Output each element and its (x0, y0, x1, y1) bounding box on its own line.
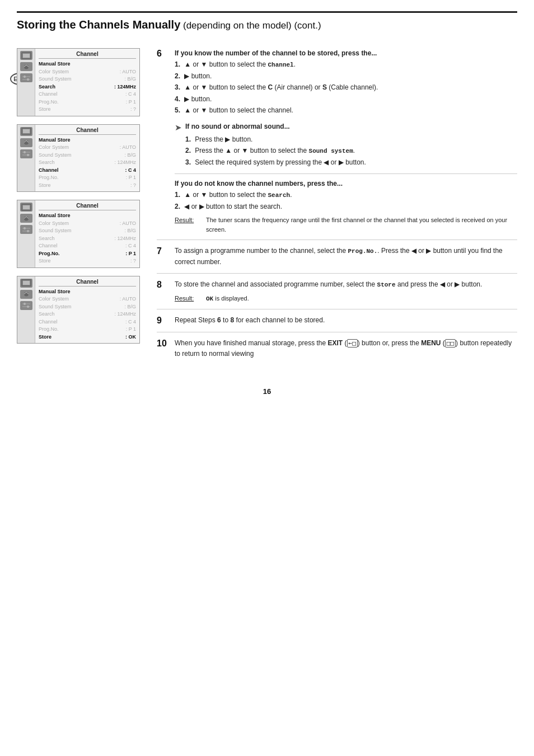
step-9-text: Repeat Steps 6 to 8 for each channel to … (175, 315, 517, 326)
tv-icon-3a (20, 203, 32, 212)
step-7-text: To assign a programme number to the chan… (175, 246, 517, 267)
tv-menu-3-item-6: Store: ? (39, 257, 136, 265)
tv-menu-3-item-3: Search: 124MHz (39, 235, 136, 243)
tv-menu-1-item-0: Manual Store (39, 60, 136, 68)
tv-menu-3-item-1: Color System: AUTO (39, 220, 136, 228)
tv-menu-2-item-0: Manual Store (39, 137, 136, 144)
step-7: 7 To assign a programme number to the ch… (157, 240, 517, 274)
tv-menu-1-item-1: Color System: AUTO (39, 68, 136, 76)
svg-rect-22 (23, 281, 30, 285)
tv-menu-4-item-0: Manual Store (39, 288, 136, 296)
tv-menu-2: Channel Manual Store Color System: AUTO … (35, 125, 139, 192)
tv-icon-2c (20, 149, 32, 158)
tv-menu-4-item-2: Sound System: B/G (39, 303, 136, 311)
tv-icon-4a (20, 279, 32, 288)
step-8: 8 To store the channel and associated pr… (157, 274, 517, 309)
tv-menu-4: Channel Manual Store Color System: AUTO … (35, 276, 139, 344)
step-6-sub-4: 4. ▶ button. (175, 93, 517, 105)
step-6-sub-2: 2. ▶ button. (175, 71, 517, 82)
tv-icon-3b (20, 214, 32, 223)
tv-icon-2b (20, 138, 32, 147)
note-sub-2: 2. Press the ▲ or ▼ button to select the… (185, 145, 366, 157)
note-no-sound-content: If no sound or abnormal sound... 1. Pres… (185, 121, 366, 168)
tv-screen-3: Channel Manual Store Color System: AUTO … (17, 200, 140, 268)
step-6-sub-3: 3. ▲ or ▼ button to select the C (Air ch… (175, 82, 517, 93)
step-7-content: To assign a programme number to the chan… (175, 246, 517, 267)
step-6-result-text: The tuner scans the frequency range unti… (206, 215, 517, 234)
step-8-result-text: OK is displayed. (206, 294, 517, 304)
tv-menu-4-item-4: Channel: C 4 (39, 318, 136, 326)
no-channel-title: If you do not know the channel numbers, … (175, 179, 517, 189)
tv-menu-3-item-5: Prog.No.: P 1 (39, 250, 136, 258)
step-10-content: When you have finished manual storage, p… (175, 338, 517, 359)
step-6-sub-5: 5. ▲ or ▼ button to select the channel. (175, 105, 517, 116)
note-no-sound: ➤ If no sound or abnormal sound... 1. Pr… (175, 121, 517, 168)
exit-icon: ←□ (347, 339, 358, 348)
page-number: 16 (0, 387, 534, 396)
tv-icons-2 (17, 125, 35, 192)
step-6-number: 6 (157, 48, 169, 234)
step-8-content: To store the channel and associated prog… (175, 279, 517, 303)
step-8-number: 8 (157, 279, 169, 303)
step-6-sublist: 1. ▲ or ▼ button to select the Channel. … (175, 59, 517, 116)
title-normal: (depending on the model) (cont.) (180, 20, 321, 31)
tv-menu-2-item-4: Channel: C 4 (39, 167, 136, 175)
tv-icon-1a (20, 51, 32, 60)
svg-rect-8 (23, 129, 30, 133)
right-panel: 6 If you know the number of the channel … (157, 43, 517, 365)
tv-menu-3-item-0: Manual Store (39, 212, 136, 220)
tv-icon-1b (20, 62, 32, 71)
tv-icon-1c (20, 73, 32, 82)
svg-rect-1 (23, 54, 30, 58)
tv-icon-2a (20, 127, 32, 136)
step-6-result: Result: The tuner scans the frequency ra… (175, 215, 517, 234)
step-8-result: Result: OK is displayed. (175, 294, 517, 304)
step-9-number: 9 (157, 315, 169, 326)
step-6-intro: If you know the number of the channel to… (175, 48, 517, 59)
step-10: 10 When you have finished manual storage… (157, 332, 517, 365)
step-8-result-label: Result: (175, 294, 200, 304)
tv-menu-3-item-4: Channel: C 4 (39, 242, 136, 250)
tv-menu-4-item-6: Store: OK (39, 334, 136, 341)
tv-menu-1-item-5: Prog.No.: P 1 (39, 98, 136, 106)
note-no-sound-sublist: 1. Press the ▶ button. 2. Press the ▲ or… (185, 134, 366, 168)
note-sub-3: 3. Select the required system by pressin… (185, 157, 366, 168)
tv-screen-2: Channel Manual Store Color System: AUTO … (17, 124, 140, 192)
no-channel-sub-1: 1. ▲ or ▼ button to select the Search. (175, 189, 517, 201)
tv-menu-4-item-3: Search: 124MHz (39, 311, 136, 318)
page: Storing the Channels Manually (depending… (0, 0, 534, 756)
no-channel-sublist: 1. ▲ or ▼ button to select the Search. 2… (175, 189, 517, 212)
page-title: Storing the Channels Manually (depending… (17, 18, 517, 31)
main-content: Channel Manual Store Color System: AUTO … (0, 31, 534, 376)
tv-menu-1-item-4: Channel: C 4 (39, 91, 136, 98)
step-8-text: To store the channel and associated prog… (175, 279, 517, 290)
no-channel-sub-2: 2. ◀ or ▶ button to start the search. (175, 201, 517, 212)
no-channel-section: If you do not know the channel numbers, … (175, 173, 517, 234)
tv-menu-2-item-3: Search: 124MHz (39, 159, 136, 167)
tv-screen-4-header: Channel (39, 279, 136, 287)
svg-rect-15 (23, 205, 30, 209)
tv-icon-4b (20, 290, 32, 299)
step-6-content: If you know the number of the channel to… (175, 48, 517, 234)
step-10-text: When you have finished manual storage, p… (175, 338, 517, 359)
tv-icon-3c (20, 225, 32, 234)
note-no-sound-title: If no sound or abnormal sound... (185, 121, 366, 132)
tv-menu-2-item-6: Store: ? (39, 182, 136, 190)
note-sub-1: 1. Press the ▶ button. (185, 134, 366, 145)
step-6-result-label: Result: (175, 215, 200, 234)
tv-menu-1-item-2: Sound System: B/G (39, 76, 136, 83)
tv-menu-2-item-1: Color System: AUTO (39, 144, 136, 152)
tv-menu-4-item-1: Color System: AUTO (39, 295, 136, 303)
left-panel: Channel Manual Store Color System: AUTO … (17, 48, 140, 365)
triangle-icon: ➤ (175, 121, 182, 134)
tv-menu-1: Channel Manual Store Color System: AUTO … (35, 49, 139, 116)
tv-screen-2-header: Channel (39, 127, 136, 135)
tv-menu-2-item-5: Prog.No.: P 1 (39, 174, 136, 182)
tv-menu-1-item-3: Search: 124MHz (39, 83, 136, 91)
title-bold: Storing the Channels Manually (17, 18, 180, 31)
tv-screen-1-header: Channel (39, 51, 136, 59)
tv-screen-3-header: Channel (39, 203, 136, 210)
tv-icons-4 (17, 276, 35, 344)
tv-menu-2-item-2: Sound System: B/G (39, 152, 136, 159)
step-9: 9 Repeat Steps 6 to 8 for each channel t… (157, 309, 517, 332)
